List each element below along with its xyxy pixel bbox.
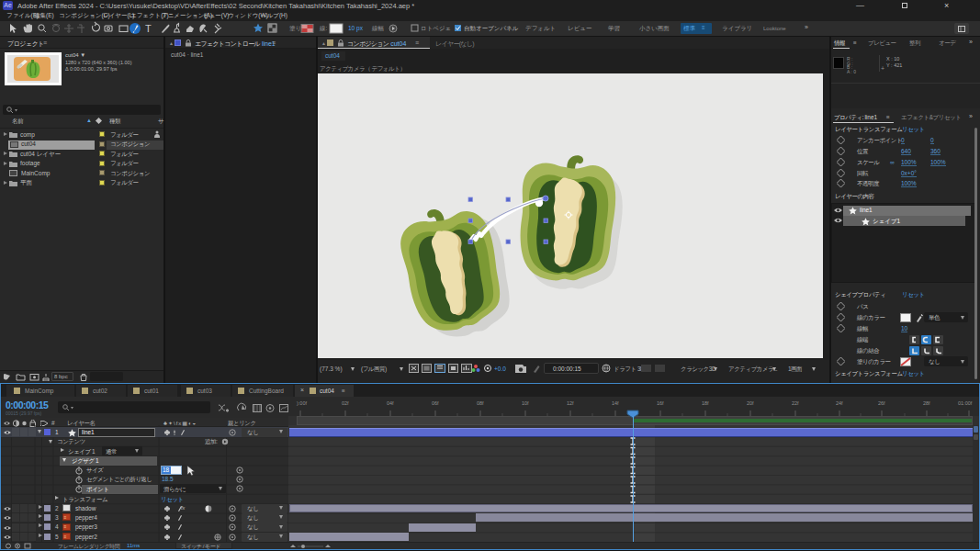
svg-text:T: T xyxy=(145,23,152,34)
